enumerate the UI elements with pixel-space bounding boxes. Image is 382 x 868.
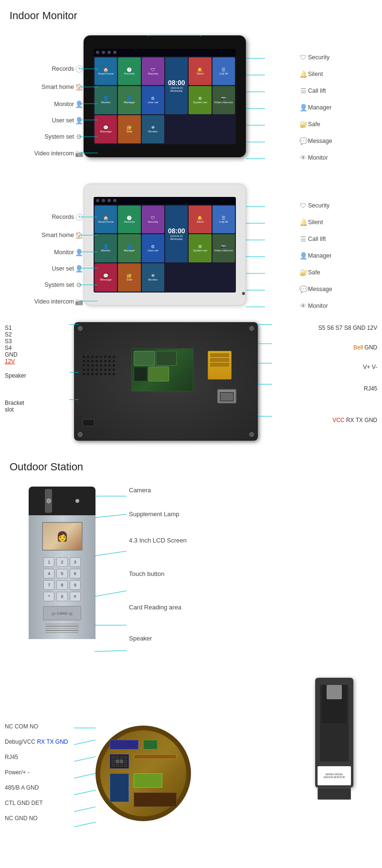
clock-time-w: 08:00	[168, 227, 185, 235]
svg-line-42	[95, 591, 127, 597]
key-3[interactable]: 3	[70, 557, 81, 567]
hole	[83, 364, 85, 367]
hole	[87, 364, 89, 367]
monitor-l-text: Monitor	[54, 101, 74, 108]
security-icon: 🛡	[298, 53, 308, 62]
left-annotations-white: Records 🕐 Smart home 🏠 Monitor 👤 User se…	[0, 174, 84, 317]
label-security-rw: 🛡 Security	[298, 201, 382, 210]
tile-security-w[interactable]: 🛡Security	[142, 206, 164, 234]
tile-message[interactable]: 💬Message	[95, 115, 117, 143]
label-monitor-rw: 👁 Monitor	[298, 301, 382, 311]
pcb-inner	[100, 730, 186, 816]
tile-videointercom2[interactable]: 📷Video intercom	[212, 86, 235, 114]
outdoor-station-title: Outdoor Station	[10, 461, 372, 473]
tile-safe-w[interactable]: 🔐Safe	[118, 263, 140, 292]
hole	[83, 360, 85, 362]
label-security-r: 🛡 Security	[298, 53, 382, 62]
manager-text: Manager	[308, 104, 331, 111]
hole	[87, 360, 89, 362]
key-7[interactable]: 7	[43, 580, 54, 590]
pcb-rj45: RJ45	[5, 754, 68, 760]
monitor-white-device: 🏠Smart home 🕐Records 🛡Security 08:00 202…	[84, 184, 246, 305]
tile-monitor2[interactable]: 👤Monitor	[95, 86, 117, 114]
tile-records-w[interactable]: 🕐Records	[118, 206, 140, 234]
tile-safe[interactable]: 🔐Safe	[118, 115, 140, 143]
svg-line-48	[74, 773, 96, 778]
hole	[83, 356, 85, 358]
tile-manager-w[interactable]: 👤Manager	[118, 234, 140, 262]
key-star[interactable]: *	[43, 592, 54, 601]
message-icon: 💬	[298, 136, 308, 146]
screen-top-bar-w	[94, 197, 236, 205]
outdoor-label-touch: Touch button	[129, 570, 187, 577]
tile-records[interactable]: 🕐Records	[118, 57, 140, 86]
tile-smarthome-w[interactable]: 🏠Smart home	[95, 206, 117, 234]
bracket-slot	[83, 419, 95, 426]
tiles-grid: 🏠Smart home 🕐Records 🛡Security 08:00 202…	[94, 56, 236, 144]
key-2[interactable]: 2	[56, 557, 67, 567]
bp-12v: 12V	[5, 358, 15, 365]
tile-silent-w[interactable]: 🔔Silent	[189, 206, 211, 234]
smarthome-w-text: Smart home	[42, 232, 74, 239]
userset-text: User set	[52, 117, 74, 124]
tile-clock-w: 08:00 2023-02-15 Wednesday	[165, 206, 188, 262]
key-1[interactable]: 1	[43, 557, 54, 567]
hole	[96, 373, 98, 375]
key-4[interactable]: 4	[43, 569, 54, 578]
videointercom-icon: 📷	[74, 149, 84, 158]
tile-systemset2[interactable]: ⚙System set	[189, 86, 211, 114]
tile-monitorr[interactable]: 👁Monitor	[142, 115, 164, 143]
tile-silent[interactable]: 🔔Silent	[189, 57, 211, 86]
tile-monitorr-w[interactable]: 👁Monitor	[142, 263, 164, 292]
hole	[87, 356, 89, 358]
tile-systemset2-w[interactable]: ⚙System set	[189, 234, 211, 262]
grill-line	[45, 626, 79, 627]
pcb-debug: Debug/VCC RX TX GND	[5, 738, 68, 745]
smarthome-w-icon: 🏠	[74, 230, 84, 240]
key-6[interactable]: 6	[70, 569, 81, 578]
speaker-holes	[83, 356, 121, 403]
monitor-r-text: Monitor	[308, 154, 328, 161]
grill-lines	[45, 624, 79, 633]
key-8[interactable]: 8	[56, 580, 67, 590]
tile-security[interactable]: 🛡Security	[142, 57, 164, 86]
hole	[83, 373, 85, 375]
indoor-monitor-black-section: Records 🕐 Smart home 🏠 Monitor 👤 User se…	[0, 26, 382, 169]
indoor-monitor-title: Indoor Monitor	[10, 10, 372, 22]
tile-userset2[interactable]: ⚙User set	[142, 86, 164, 114]
tile-manager[interactable]: 👤Manager	[118, 86, 140, 114]
label-smarthome-w: Smart home 🏠	[42, 230, 84, 240]
pcb-nc-gnd-no: NC GND NO	[5, 815, 68, 822]
tile-monitor2-w[interactable]: 👤Monitor	[95, 234, 117, 262]
tile-message-w[interactable]: 💬Message	[95, 263, 117, 292]
key-hash[interactable]: #	[70, 592, 81, 601]
hole	[83, 369, 85, 371]
monitor-lw-text: Monitor	[54, 249, 74, 256]
key-0[interactable]: 0	[56, 592, 67, 601]
pcb-board	[105, 735, 181, 812]
security-w-text: Security	[308, 202, 329, 209]
tile-calllift-w[interactable]: ☰Call lift	[212, 206, 235, 234]
tile-smarthome[interactable]: 🏠Smart home	[95, 57, 117, 86]
userset-icon: 👤	[74, 116, 84, 125]
keypad: 1 2 3 4 5 6 7 8 9 * 0 #	[41, 554, 84, 604]
label-message-r: 💬 Message	[298, 136, 382, 146]
tiles-grid-white: 🏠Smart home 🕐Records 🛡Security 08:00 202…	[94, 205, 236, 293]
key-5[interactable]: 5	[56, 569, 67, 578]
back-panel-device	[74, 322, 258, 441]
pcb-block	[110, 773, 129, 802]
tile-calllift[interactable]: ☰Call lift	[212, 57, 235, 86]
userset-w-text: User set	[52, 265, 74, 272]
tile-userset2-w[interactable]: ⚙User set	[142, 234, 164, 262]
hole	[108, 369, 111, 371]
screw-br	[249, 432, 254, 437]
tile-videointercom2-w[interactable]: 📷Video intercom	[212, 234, 235, 262]
bp-label-vcc: VCC RX TX GND	[332, 417, 377, 423]
label-safe-rw: 🔐 Safe	[298, 268, 382, 277]
key-9[interactable]: 9	[70, 580, 81, 590]
bp-label-s5s8: S5 S6 S7 S8 GND 12V	[318, 325, 377, 331]
manager-icon: 👤	[298, 103, 308, 112]
hole	[91, 373, 94, 375]
screw-tr	[249, 326, 254, 331]
back-device-port	[327, 685, 341, 699]
